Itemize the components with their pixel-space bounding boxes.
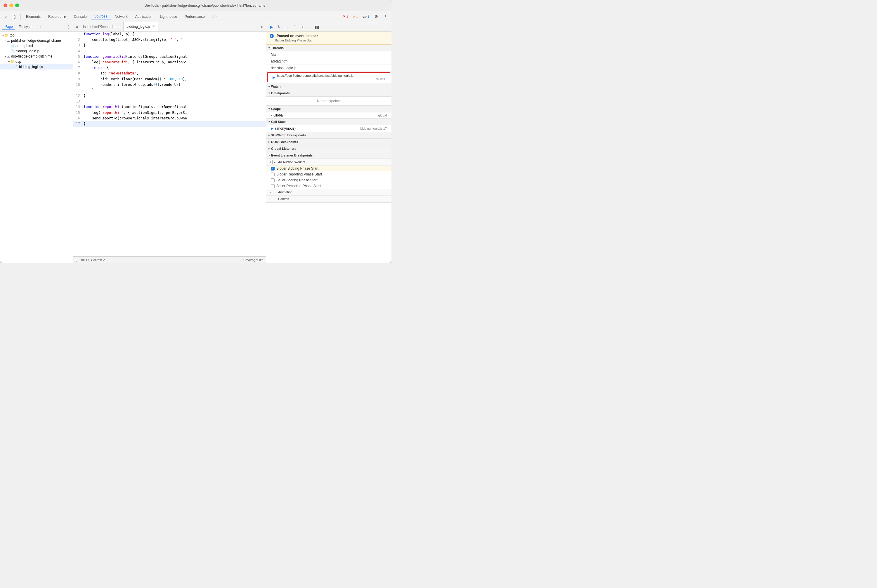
step-into-button[interactable]: ⌄ [283,23,290,30]
format-icon[interactable]: {} [75,258,77,262]
editor-nav-left[interactable]: ◀ [73,22,80,32]
cursor-tool-button[interactable]: ↙ [2,13,10,20]
event-seller-reporting[interactable]: Seller Reporting Phase Start [266,183,391,189]
tab-performance[interactable]: Performance [181,14,208,20]
deactivate-breakpoints-button[interactable]: ⎯ [306,23,313,30]
maximize-button[interactable] [15,3,19,7]
bidder-reporting-checkbox[interactable] [271,172,275,176]
warning-badge[interactable]: △ 1 [351,14,360,19]
threads-section-header[interactable]: ▾ Threads [266,45,391,51]
ad-auction-worklet-header[interactable]: ▾ - Ad Auction Worklet [266,159,391,165]
tree-item-dsp-folder[interactable]: ▾ 📁 dsp [0,59,73,64]
line-code-17: } [84,121,266,127]
more-options-button[interactable]: ⋮ [382,13,390,20]
tab-more[interactable]: >> [209,14,220,20]
step-out-button[interactable]: ⌃ [291,23,298,30]
tree-item-bidding-dsp[interactable]: ▸ 📄 bidding_logic.js [0,64,73,69]
xhr-collapse-icon: ▸ [268,134,270,136]
ad-auction-checkbox-minus[interactable]: - [272,160,276,164]
tree-item-publisher-domain[interactable]: ▸ ☁ publisher-fledge-demo.glitch.me [0,38,73,43]
tab-sources[interactable]: Sources [91,13,111,20]
tab-application[interactable]: Application [132,14,156,20]
close-button[interactable] [3,3,7,7]
canvas-header[interactable]: ▸ Canvas [266,196,391,202]
main-content: Page Filesystem » ⋮ ▾ 📁 top ▸ ☁ publishe… [0,22,391,263]
call-stack-anonymous-label: (anonymous) [275,126,296,130]
code-line-15: 15 log("reportWin", { auctionSignals, pe… [73,110,266,116]
call-stack-label: Call Stack [271,120,287,123]
call-stack-section-header[interactable]: ▾ Call Stack [266,118,391,125]
info-badge[interactable]: 💬 1 [361,14,371,19]
thread-ad-tag[interactable]: ad-tag.html [266,58,391,65]
tree-label-top: top [10,33,15,38]
tab-lighthouse[interactable]: Lighthouse [156,14,181,20]
event-seller-scoring[interactable]: Seller Scoring Phase Start [266,177,391,183]
folder-dsp-icon: 📁 [10,60,14,64]
line-num-14: 14 [73,104,84,110]
editor-tab-bidding-label: bidding_logic.js [126,24,150,28]
global-listeners-section-header[interactable]: ▸ Global Listeners [266,146,391,152]
event-listener-section-header[interactable]: ▾ Event Listener Breakpoints [266,152,391,159]
tab-page[interactable]: Page [2,24,15,30]
watch-collapse-icon: ▸ [268,85,270,88]
thread-bidding-dsp[interactable]: ▶ https://dsp-fledge-demo.glitch.me/dsp/… [267,72,390,82]
code-line-16: 16 sendReportTo(browserSignals.interestG… [73,116,266,121]
file-panel-menu-icon[interactable]: ⋮ [66,24,71,29]
line-code-8: ad: "ad-metadata", [84,70,266,76]
file-tabs-more[interactable]: » [39,25,41,28]
tree-item-dsp-domain[interactable]: ▾ ☁ dsp-fledge-demo.glitch.me [0,54,73,59]
scope-global-label: Global [274,113,284,117]
animation-header[interactable]: ▸ Animation [266,189,391,196]
step-over-button[interactable]: ↻ [275,23,283,30]
code-editor[interactable]: 1 function log(label, o) { 2 console.log… [73,32,266,256]
tab-recorder[interactable]: Recorder ▶ [45,14,70,20]
call-stack-anonymous[interactable]: ▶ (anonymous) bidding_logic.js:17 [266,125,391,132]
resume-button[interactable]: ▶ [268,23,275,30]
editor-tab-close-icon[interactable]: ✕ [152,24,155,28]
scope-global[interactable]: ▸ Global global [266,112,391,118]
tab-network[interactable]: Network [111,14,131,20]
tab-console[interactable]: Console [71,14,90,20]
watch-section-header[interactable]: ▸ Watch [266,83,391,90]
dom-breakpoints-section-header[interactable]: ▸ DOM Breakpoints [266,139,391,146]
editor-tab-more[interactable]: ► [259,22,266,32]
breakpoints-section-header[interactable]: ▾ Breakpoints [266,90,391,97]
thread-decision-logic[interactable]: decision_logic.js [266,65,391,72]
line-code-1: function log(label, o) { [84,32,266,37]
line-code-12: } [84,93,266,99]
paused-banner: i Paused on event listener Bidder Biddin… [266,32,391,45]
toolbar-right: ✖ 1 △ 1 💬 1 ⚙ ⋮ [341,13,390,20]
seller-scoring-checkbox[interactable] [271,178,275,182]
tree-item-ad-tag[interactable]: ▸ 📄 ad-tag.html [0,43,73,48]
code-line-13: 13 [73,99,266,104]
event-bidder-bidding[interactable]: ✓ Bidder Bidding Phase Start [266,165,391,171]
tab-elements[interactable]: Elements [23,14,44,20]
thread-main-label: Main [271,52,278,57]
seller-reporting-checkbox[interactable] [271,184,275,188]
thread-main[interactable]: Main [266,51,391,58]
tree-item-top[interactable]: ▾ 📁 top [0,33,73,38]
line-num-5: 5 [73,54,84,60]
device-toolbar-button[interactable]: ▯ [11,13,19,20]
thread-paused-label: paused [375,77,385,81]
error-badge[interactable]: ✖ 1 [341,14,350,19]
code-line-9: 9 bid: Math.floor(Math.random() * 100, 1… [73,76,266,82]
step-button[interactable]: ⇥ [298,23,305,30]
scope-section-header[interactable]: ▾ Scope [266,106,391,112]
window-title: DevTools - publisher-fledge-demo.glitch.… [22,3,388,8]
chat-icon: 💬 [363,15,367,18]
seller-reporting-label: Seller Reporting Phase Start [276,184,321,188]
editor-tab-index[interactable]: index.html?fencedframe [80,22,123,32]
editor-tab-bidding[interactable]: bidding_logic.js ✕ [123,22,158,32]
bidder-bidding-checkbox[interactable]: ✓ [271,167,275,171]
status-bar: {} Line 17, Column 2 Coverage: n/a [73,256,266,263]
tree-item-bidding-publisher[interactable]: ▸ 📄 bidding_logic.js [0,48,73,54]
line-num-16: 16 [73,116,84,121]
settings-button[interactable]: ⚙ [372,13,381,20]
xhr-section-header[interactable]: ▸ XHR/fetch Breakpoints [266,132,391,139]
minimize-button[interactable] [9,3,13,7]
pause-on-exceptions-button[interactable]: ▮▮ [313,23,320,30]
event-listener-label: Event Listener Breakpoints [271,154,313,157]
tab-filesystem[interactable]: Filesystem [17,24,38,30]
event-bidder-reporting[interactable]: Bidder Reporting Phase Start [266,171,391,177]
